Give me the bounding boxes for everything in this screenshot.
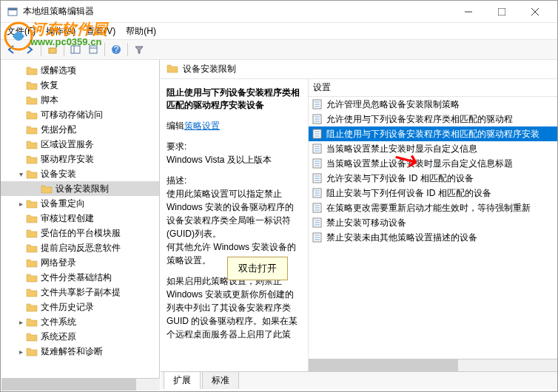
list-row[interactable]: 当策略设置禁止设备安装时显示自定义信息标题 — [309, 156, 557, 171]
toolbar-separator — [104, 43, 105, 56]
list-row-label: 当策略设置禁止安装时显示自定义信息 — [326, 143, 477, 155]
tab-extended[interactable]: 扩展 — [164, 371, 201, 389]
app-icon — [7, 6, 19, 18]
list-row-label: 当策略设置禁止设备安装时显示自定义信息标题 — [326, 158, 513, 170]
svg-rect-6 — [49, 48, 56, 53]
policy-icon — [312, 203, 323, 213]
folder-icon — [26, 124, 38, 135]
tab-standard[interactable]: 标准 — [202, 371, 239, 389]
list-row-label: 禁止安装可移动设备 — [326, 217, 406, 229]
tree-item-label: 恢复 — [41, 79, 58, 92]
tooltip: 双击打开 — [227, 257, 288, 280]
tree-item[interactable]: 网络登录 — [1, 255, 159, 270]
tree-item[interactable]: 文件历史记录 — [1, 300, 159, 314]
maximize-button[interactable] — [485, 1, 518, 22]
show-hide-button[interactable] — [67, 41, 84, 58]
tree-item[interactable]: 系统还原 — [1, 329, 159, 344]
list-row[interactable]: 允许安装与下列设备 ID 相匹配的设备 — [309, 171, 557, 186]
tree-item[interactable]: 区域设置服务 — [1, 137, 159, 152]
watermark-logo — [4, 21, 33, 53]
tree-item-label: 文件系统 — [41, 316, 76, 328]
requirements-label: 要求: — [167, 140, 302, 153]
description-label: 描述: — [167, 174, 302, 187]
column-header[interactable]: 设置 — [309, 79, 557, 97]
svg-rect-1 — [8, 8, 17, 10]
minimize-button[interactable] — [451, 1, 485, 22]
up-button[interactable] — [44, 41, 61, 58]
menu-action[interactable]: 操作(A) — [46, 25, 75, 38]
menu-view[interactable]: 查看(V) — [86, 25, 115, 38]
tree-item[interactable]: 脚本 — [1, 92, 159, 107]
policy-icon — [312, 99, 323, 109]
expand-icon[interactable]: ▸ — [16, 318, 26, 326]
tree-item-label: 驱动程序安装 — [41, 153, 94, 166]
tree-item[interactable]: 恢复 — [1, 78, 159, 92]
list-row[interactable]: 禁止安装未由其他策略设置描述的设备 — [309, 230, 557, 245]
tree-item[interactable]: 凭据分配 — [1, 122, 159, 137]
folder-icon — [26, 154, 38, 164]
filter-button[interactable] — [131, 41, 147, 58]
list-row[interactable]: 禁止安装可移动设备 — [309, 215, 557, 230]
tree-item-label: 审核过程创建 — [41, 212, 94, 225]
tree-item-label: 文件分类基础结构 — [41, 271, 112, 284]
list-row-label: 在策略更改需要重新启动才能生效时，等待强制重新 — [326, 202, 531, 214]
folder-icon — [26, 169, 38, 179]
horizontal-scrollbar[interactable] — [309, 359, 557, 371]
tree-item[interactable]: 可移动存储访问 — [1, 107, 159, 122]
toolbar: ? — [1, 39, 557, 60]
tree-item[interactable]: ▾设备安装 — [1, 166, 159, 181]
list-row[interactable]: 阻止使用与下列设备安装程序类相匹配的驱动程序安装 — [309, 126, 557, 141]
svg-rect-7 — [71, 46, 80, 53]
tree-item-label: 设备安装 — [41, 168, 76, 180]
tree-horizontal-scrollbar[interactable] — [1, 378, 160, 391]
tree-item-label: 凭据分配 — [41, 124, 76, 136]
requirements-value: Windows Vista 及以上版本 — [167, 153, 302, 166]
settings-list[interactable]: 设置 允许管理员忽略设备安装限制策略允许使用与下列设备安装程序类相匹配的驱动程阻… — [309, 79, 557, 371]
tree-item-label: 脚本 — [41, 94, 58, 107]
tree-item[interactable]: 缓解选项 — [1, 63, 159, 78]
list-row[interactable]: 当策略设置禁止安装时显示自定义信息 — [309, 141, 557, 156]
tree-item[interactable]: 受信任的平台模块服 — [1, 226, 159, 240]
policy-icon — [312, 143, 323, 154]
policy-icon — [312, 158, 323, 169]
svg-rect-9 — [90, 46, 97, 53]
tree-item[interactable]: 设备安装限制 — [1, 181, 159, 196]
folder-icon — [167, 63, 178, 75]
list-row[interactable]: 在策略更改需要重新启动才能生效时，等待强制重新 — [309, 200, 557, 215]
folder-icon — [26, 302, 38, 312]
policy-icon — [312, 217, 323, 228]
tree-item-label: 可移动存储访问 — [41, 109, 103, 121]
tree-item[interactable]: 提前启动反恶意软件 — [1, 240, 159, 255]
tree-item[interactable]: ▸设备重定向 — [1, 196, 159, 211]
list-row[interactable]: 允许管理员忽略设备安装限制策略 — [309, 97, 557, 112]
export-button[interactable] — [85, 41, 101, 58]
expand-icon[interactable]: ▸ — [16, 200, 26, 208]
folder-icon — [26, 228, 38, 238]
list-row[interactable]: 允许使用与下列设备安装程序类相匹配的驱动程 — [309, 112, 557, 126]
tree-item-label: 区域设置服务 — [41, 138, 94, 151]
policy-icon — [312, 188, 323, 198]
policy-icon — [312, 129, 323, 139]
tree-item-label: 缓解选项 — [41, 64, 76, 77]
policy-settings-link[interactable]: 策略设置 — [184, 121, 220, 131]
window-title: 本地组策略编辑器 — [23, 5, 451, 18]
tree-item[interactable]: ▸文件系统 — [1, 314, 159, 329]
tree-item[interactable]: 审核过程创建 — [1, 211, 159, 226]
tree-view[interactable]: 缓解选项恢复脚本可移动存储访问凭据分配区域设置服务驱动程序安装▾设备安装设备安装… — [1, 60, 160, 389]
expand-icon[interactable]: ▾ — [16, 170, 26, 178]
tree-item[interactable]: ▸疑难解答和诊断 — [1, 344, 159, 359]
close-button[interactable] — [518, 1, 551, 22]
folder-icon — [26, 257, 38, 268]
folder-icon — [26, 346, 38, 356]
menu-help[interactable]: 帮助(H) — [126, 25, 156, 38]
policy-icon — [312, 173, 323, 183]
tree-item[interactable]: 文件共享影子副本提 — [1, 285, 159, 300]
tree-item[interactable]: 文件分类基础结构 — [1, 270, 159, 285]
tree-item[interactable]: 驱动程序安装 — [1, 152, 159, 166]
help-button[interactable]: ? — [108, 41, 124, 58]
titlebar: 本地组策略编辑器 — [1, 1, 557, 23]
toolbar-separator — [41, 43, 41, 56]
expand-icon[interactable]: ▸ — [16, 348, 26, 356]
folder-icon — [26, 65, 38, 75]
list-row[interactable]: 阻止安装与下列任何设备 ID 相匹配的设备 — [309, 186, 557, 200]
